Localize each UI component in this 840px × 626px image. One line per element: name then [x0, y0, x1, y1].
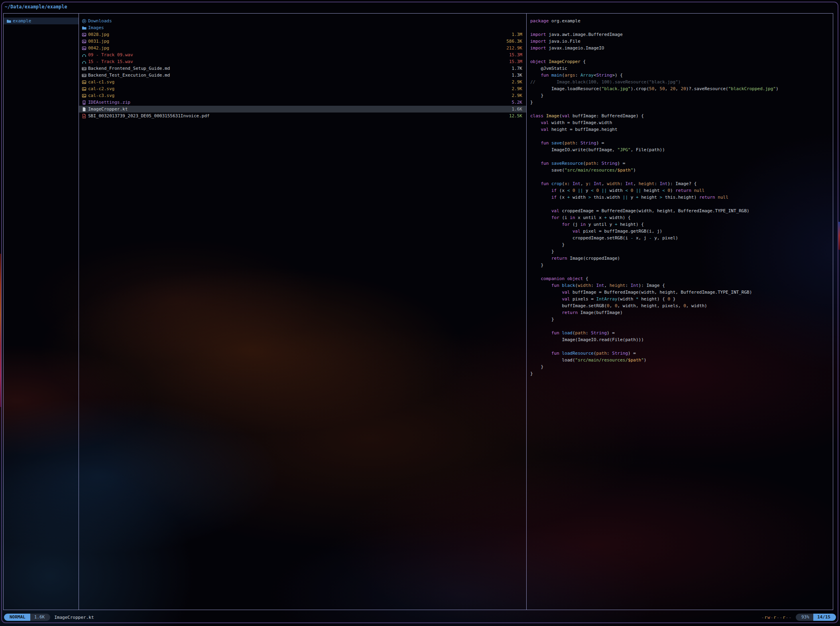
code-line: } [527, 248, 833, 255]
code-line [527, 343, 833, 350]
file-list-pane[interactable]: Downloads Images 0028.jpg 1.3M 0031.jpg … [79, 14, 526, 610]
file-row[interactable]: example [4, 18, 79, 24]
code-line: import java.io.File [527, 38, 833, 45]
file-size: 5.2K [507, 99, 523, 106]
file-name: ImageCropper.kt [88, 106, 128, 113]
file-name: Images [88, 24, 104, 31]
terminal-window: ~/Data/example/example example Downloads… [0, 0, 840, 626]
file-name: Downloads [88, 18, 112, 24]
code-line [527, 201, 833, 207]
code-line: fun black(width: Int, height: Int): Imag… [527, 282, 833, 289]
code-line: save("src/main/resources/$path") [527, 167, 833, 174]
file-size: 212.9K [502, 45, 522, 51]
file-size: 586.3K [502, 38, 522, 45]
code-line: val pixels = IntArray(width * height) { … [527, 296, 833, 302]
code-line: val width = buffImage.width [527, 119, 833, 126]
file-row[interactable]: 0031.jpg 586.3K [79, 38, 526, 45]
panes-container: example Downloads Images 0028.jpg 1.3M 0… [3, 13, 833, 610]
code-line: package org.example [527, 18, 833, 24]
file-row[interactable]: cal-c2.svg 2.9K [79, 85, 526, 92]
image-icon [82, 87, 88, 91]
code-line: fun save(path: String) = [527, 140, 833, 146]
code-line: @JvmStatic [527, 65, 833, 72]
code-line [527, 51, 833, 58]
code-line [527, 106, 833, 113]
list-position-badge: 14/15 [813, 614, 836, 621]
file-name: Backend_Frontend_Setup_Guide.md [88, 65, 170, 72]
code-line: } [527, 262, 833, 269]
code-line [527, 24, 833, 31]
code-preview-pane[interactable]: package org.example import java.awt.imag… [527, 14, 833, 610]
file-row[interactable]: cal-c3.svg 2.9K [79, 92, 526, 99]
file-row[interactable]: ImageCropper.kt 1.6K [79, 106, 526, 113]
status-filename: ImageCropper.kt [54, 615, 94, 620]
code-line: fun saveResource(path: String) = [527, 160, 833, 167]
file-name: 09 - Track 09.wav [88, 51, 133, 58]
code-line: return Image(croppedImage) [527, 255, 833, 262]
archive-icon [82, 100, 88, 105]
markdown-icon [82, 73, 88, 78]
file-row[interactable]: SBI_0032013739_2023_DE05_0003155631Invoi… [79, 113, 526, 119]
file-size-badge: 1.6K [30, 614, 51, 621]
file-size: 1.7K [507, 65, 523, 72]
code-line: fun main(args: Array<String>) { [527, 72, 833, 79]
code-line: class Image(val buffImage: BufferedImage… [527, 113, 833, 119]
file-row[interactable]: Backend_Test_Execution_Guide.md 1.3K [79, 72, 526, 79]
file-name: Backend_Test_Execution_Guide.md [88, 72, 170, 79]
code-line: buffImage.setRGB(0, 0, width, height, pi… [527, 302, 833, 309]
file-row[interactable]: Downloads [79, 18, 526, 24]
file-row[interactable]: 15 - Track 15.wav 15.3M [79, 58, 526, 65]
image-icon [82, 93, 88, 98]
code-line: val height = buffImage.height [527, 126, 833, 133]
code-line: val croppedImage = BufferedImage(width, … [527, 207, 833, 214]
markdown-icon [82, 66, 88, 71]
file-size: 1.3K [507, 72, 523, 79]
scroll-percent-badge: 93% [796, 614, 813, 621]
file-size: 15.3M [504, 51, 522, 58]
file-size: 1.3M [507, 31, 523, 38]
file-size: 2.9K [507, 79, 523, 85]
code-line: for (i in x until x + width) { [527, 214, 833, 221]
code-line: companion object { [527, 275, 833, 282]
file-icon [82, 107, 88, 112]
code-line: } [527, 99, 833, 106]
file-name: cal-c1.svg [88, 79, 114, 85]
file-size: 2.9K [507, 92, 523, 99]
image-icon [82, 32, 88, 37]
file-name: 15 - Track 15.wav [88, 58, 133, 65]
current-path: ~/Data/example/example [5, 4, 67, 10]
code-line: } [527, 241, 833, 248]
image-icon [82, 80, 88, 85]
file-row[interactable]: Images [79, 24, 526, 31]
code-line [527, 174, 833, 180]
folder-icon [6, 19, 13, 24]
parent-directory-pane[interactable]: example [4, 14, 79, 610]
code-line: ImageIO.write(buffImage, "JPG", File(pat… [527, 146, 833, 153]
code-line: import java.awt.image.BufferedImage [527, 31, 833, 38]
file-row[interactable]: cal-c1.svg 2.9K [79, 79, 526, 85]
file-name: cal-c3.svg [88, 92, 114, 99]
folder-icon [82, 26, 88, 30]
code-line: } [527, 363, 833, 370]
file-size: 12.5K [504, 113, 522, 119]
code-line: } [527, 316, 833, 323]
download-icon [82, 19, 88, 24]
code-line: fun crop(x: Int, y: Int, width: Int, hei… [527, 180, 833, 187]
code-line: if (x < 0 || y < 0 || width < 0 || heigh… [527, 187, 833, 194]
file-row[interactable]: Backend_Frontend_Setup_Guide.md 1.7K [79, 65, 526, 72]
code-line: // Image.black(100, 100).saveResource("b… [527, 79, 833, 85]
file-size: 15.3M [504, 58, 522, 65]
code-line: object ImageCropper { [527, 58, 833, 65]
code-line: if (x + width > this.width || y + height… [527, 194, 833, 201]
file-permissions: -rw-r--r-- [761, 615, 792, 620]
file-row[interactable]: 0042.jpg 212.9K [79, 45, 526, 51]
file-row[interactable]: IDEAsettings.zip 5.2K [79, 99, 526, 106]
audio-icon [82, 53, 88, 57]
file-name: 0031.jpg [88, 38, 109, 45]
file-row[interactable]: 0028.jpg 1.3M [79, 31, 526, 38]
code-line: val buffImage = BufferedImage(width, hei… [527, 289, 833, 296]
file-row[interactable]: 09 - Track 09.wav 15.3M [79, 51, 526, 58]
code-line: for (j in y until y + height) { [527, 221, 833, 228]
file-name: 0028.jpg [88, 31, 109, 38]
file-name: SBI_0032013739_2023_DE05_0003155631Invoi… [88, 113, 210, 119]
